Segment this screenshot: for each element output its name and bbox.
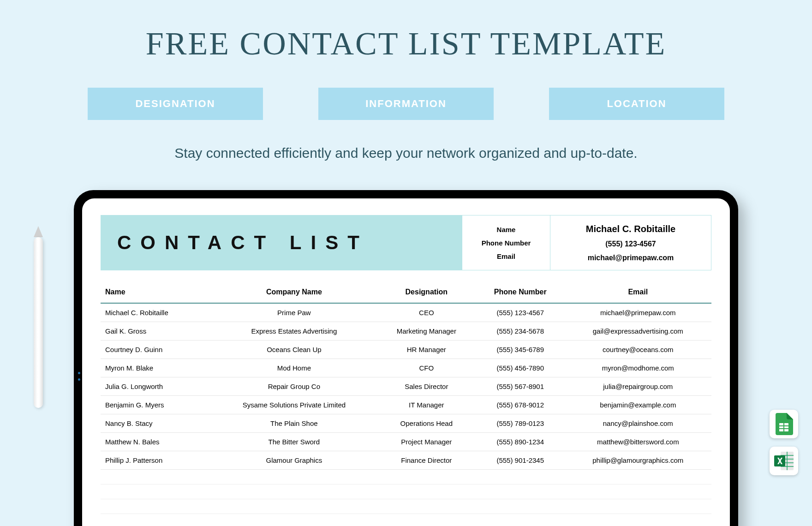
cell-phone: (555) 123-4567: [476, 303, 565, 322]
stylus-pencil: [32, 226, 44, 411]
cell-designation: Operations Head: [377, 414, 476, 433]
owner-info-box: Name Phone Number Email Michael C. Robit…: [462, 215, 711, 270]
pill-information: INFORMATION: [318, 88, 494, 120]
cell-phone: (555) 678-9012: [476, 396, 565, 414]
info-label-email: Email: [462, 252, 550, 260]
cell-name: Benjamin G. Myers: [101, 396, 211, 414]
document-title: CONTACT LIST: [117, 232, 369, 254]
cell-company: The Plain Shoe: [211, 414, 377, 433]
subtitle: Stay connected efficiently and keep your…: [0, 145, 812, 161]
pill-row: DESIGNATION INFORMATION LOCATION: [0, 88, 812, 120]
cell-email: myron@modhome.com: [565, 359, 711, 377]
col-email: Email: [565, 281, 711, 303]
cell-designation: CFO: [377, 359, 476, 377]
cell-designation: Project Manager: [377, 433, 476, 451]
table-row: Benjamin G. MyersSysame Solutions Privat…: [101, 396, 711, 414]
info-value-email: michael@primepaw.com: [550, 254, 711, 262]
info-value-phone: (555) 123-4567: [550, 240, 711, 248]
table-row: Nancy B. StacyThe Plain ShoeOperations H…: [101, 414, 711, 433]
cell-company: The Bitter Sword: [211, 433, 377, 451]
page-title: FREE CONTACT LIST TEMPLATE: [0, 0, 812, 62]
cell-email: benjamin@example.com: [565, 396, 711, 414]
google-sheets-icon[interactable]: [770, 410, 798, 438]
cell-phone: (555) 901-2345: [476, 451, 565, 470]
cell-phone: (555) 789-0123: [476, 414, 565, 433]
cell-email: matthew@bittersword.com: [565, 433, 711, 451]
cell-name: Myron M. Blake: [101, 359, 211, 377]
col-phone: Phone Number: [476, 281, 565, 303]
tablet-screen: CONTACT LIST Name Phone Number Email Mic…: [82, 198, 730, 526]
document-title-box: CONTACT LIST: [101, 215, 462, 270]
cell-phone: (555) 345-6789: [476, 341, 565, 359]
cell-email: courtney@oceans.com: [565, 341, 711, 359]
cell-name: Michael C. Robitaille: [101, 303, 211, 322]
cell-designation: Marketing Manager: [377, 322, 476, 341]
cell-designation: Sales Director: [377, 377, 476, 396]
table-row: Phillip J. PattersonGlamour GraphicsFina…: [101, 451, 711, 470]
cell-name: Phillip J. Patterson: [101, 451, 211, 470]
info-value-name: Michael C. Robitaille: [550, 224, 711, 234]
cell-phone: (555) 567-8901: [476, 377, 565, 396]
pill-designation: DESIGNATION: [88, 88, 263, 120]
table-header-row: Name Company Name Designation Phone Numb…: [101, 281, 711, 303]
info-label-name: Name: [462, 226, 550, 233]
cell-name: Julia G. Longworth: [101, 377, 211, 396]
cell-email: phillip@glamourgraphics.com: [565, 451, 711, 470]
cell-designation: Finance Director: [377, 451, 476, 470]
cell-company: Repair Group Co: [211, 377, 377, 396]
cell-email: gail@expressadvertising.com: [565, 322, 711, 341]
app-icons: [770, 410, 798, 475]
cell-company: Sysame Solutions Private Limited: [211, 396, 377, 414]
cell-company: Oceans Clean Up: [211, 341, 377, 359]
cell-company: Mod Home: [211, 359, 377, 377]
cell-email: nancy@plainshoe.com: [565, 414, 711, 433]
table-row: Myron M. BlakeMod HomeCFO(555) 456-7890m…: [101, 359, 711, 377]
table-row: Courtney D. GuinnOceans Clean UpHR Manag…: [101, 341, 711, 359]
pill-location: LOCATION: [549, 88, 724, 120]
cell-company: Prime Paw: [211, 303, 377, 322]
cell-designation: CEO: [377, 303, 476, 322]
tablet-device: CONTACT LIST Name Phone Number Email Mic…: [74, 190, 738, 526]
cell-phone: (555) 456-7890: [476, 359, 565, 377]
col-company: Company Name: [211, 281, 377, 303]
col-designation: Designation: [377, 281, 476, 303]
table-row: Julia G. LongworthRepair Group CoSales D…: [101, 377, 711, 396]
cell-name: Nancy B. Stacy: [101, 414, 211, 433]
cell-company: Glamour Graphics: [211, 451, 377, 470]
cell-email: julia@repairgroup.com: [565, 377, 711, 396]
cell-designation: HR Manager: [377, 341, 476, 359]
col-name: Name: [101, 281, 211, 303]
excel-icon[interactable]: [770, 447, 798, 475]
table-row-blank: [101, 484, 711, 499]
table-row-blank: [101, 470, 711, 484]
cell-email: michael@primepaw.com: [565, 303, 711, 322]
table-row: Matthew N. BalesThe Bitter SwordProject …: [101, 433, 711, 451]
cell-phone: (555) 234-5678: [476, 322, 565, 341]
cell-phone: (555) 890-1234: [476, 433, 565, 451]
cell-name: Matthew N. Bales: [101, 433, 211, 451]
cell-name: Gail K. Gross: [101, 322, 211, 341]
cell-company: Express Estates Advertising: [211, 322, 377, 341]
table-row: Michael C. RobitaillePrime PawCEO(555) 1…: [101, 303, 711, 322]
contact-table: Name Company Name Designation Phone Numb…: [101, 281, 711, 514]
cell-designation: IT Manager: [377, 396, 476, 414]
table-row-blank: [101, 499, 711, 514]
info-label-phone: Phone Number: [462, 239, 550, 247]
table-row: Gail K. GrossExpress Estates Advertising…: [101, 322, 711, 341]
cell-name: Courtney D. Guinn: [101, 341, 211, 359]
